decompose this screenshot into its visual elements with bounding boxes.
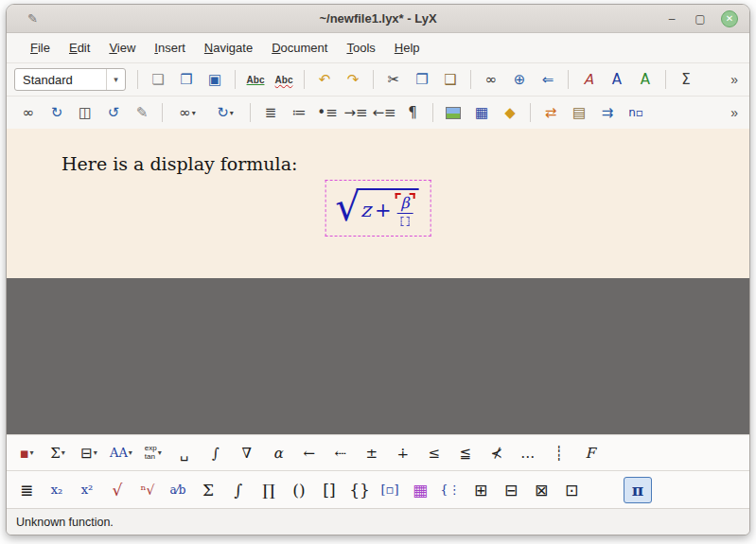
menu-file[interactable]: File: [22, 37, 59, 59]
copy-button[interactable]: ❐: [408, 67, 436, 93]
undo-button[interactable]: ↶: [310, 67, 339, 93]
menu-navigate[interactable]: Navigate: [196, 37, 261, 59]
save-document-button[interactable]: ▣: [201, 67, 229, 93]
toolbar-overflow-button[interactable]: »: [727, 105, 742, 120]
fraction-button[interactable]: a⁄b: [167, 477, 188, 503]
math-frame-menu[interactable]: F: [580, 440, 601, 466]
insert-math-button[interactable]: Σ: [672, 67, 700, 93]
math-operators-extra-menu[interactable]: ∔: [393, 440, 413, 466]
update-master-button[interactable]: ↺: [99, 100, 128, 126]
delete-column-button[interactable]: ⊡: [561, 477, 582, 503]
update-preview-button[interactable]: ↻: [43, 100, 71, 126]
spellcheck-button[interactable]: Abc: [241, 67, 270, 93]
cut-button[interactable]: ✂: [379, 67, 408, 93]
insert-table-button[interactable]: ▦: [467, 100, 496, 126]
new-document-button[interactable]: ❏: [144, 67, 172, 93]
track-changes-button[interactable]: ⇄: [536, 100, 565, 126]
add-row-button[interactable]: ⊞: [470, 477, 491, 503]
math-dots-menu[interactable]: …: [518, 440, 538, 466]
parentheses-button[interactable]: (): [289, 477, 309, 503]
increase-depth-button[interactable]: →≡: [342, 100, 370, 126]
close-button[interactable]: ✕: [721, 10, 738, 27]
toolbar-overflow-button[interactable]: »: [727, 72, 742, 87]
math-greek-menu[interactable]: α: [268, 440, 289, 466]
empty-math-placeholder[interactable]: [401, 217, 410, 226]
preview-button[interactable]: ∞: [14, 100, 43, 126]
math-delimiter-line-menu[interactable]: ┊: [549, 440, 570, 466]
cases-button[interactable]: {⋮: [440, 477, 461, 503]
title-bar[interactable]: ✎ ~/newfile1.lyx* - LyX – ▢ ✕: [7, 5, 749, 33]
maximize-button[interactable]: ▢: [693, 12, 708, 26]
next-change-button[interactable]: ⇉: [593, 100, 622, 126]
paragraph-settings-button[interactable]: ¶: [398, 100, 427, 126]
math-font-menu[interactable]: AA▾: [110, 440, 132, 466]
math-inset[interactable]: √ z + β: [325, 180, 431, 237]
paragraph-style-combo[interactable]: Standard ▾: [14, 68, 126, 91]
superscript-button[interactable]: x²: [77, 477, 97, 503]
formula-variable[interactable]: z: [360, 199, 371, 221]
subscript-button[interactable]: x₂: [46, 477, 67, 503]
nth-root-button[interactable]: ⁿ√: [137, 477, 158, 503]
view-master-button[interactable]: ◫: [71, 100, 99, 126]
matrix-button[interactable]: ▦: [410, 477, 431, 503]
math-relations-extra-menu[interactable]: ≦: [455, 440, 476, 466]
math-relations-menu[interactable]: ≤: [424, 440, 445, 466]
math-dashed-arrows-menu[interactable]: ⇠: [330, 440, 351, 466]
delimiters-button[interactable]: [▫]: [379, 477, 400, 503]
view-other-formats-dropdown[interactable]: ∞▾: [168, 100, 206, 126]
menu-help[interactable]: Help: [386, 37, 429, 59]
big-product-button[interactable]: ∏: [258, 477, 279, 503]
numbered-list-button[interactable]: ≔: [285, 100, 313, 126]
document-workspace[interactable]: Here is a display formula: √ z + β: [7, 129, 749, 434]
open-document-button[interactable]: ❒: [172, 67, 201, 93]
formula-operator[interactable]: +: [375, 199, 392, 221]
document-page[interactable]: Here is a display formula: √ z + β: [7, 129, 749, 278]
menu-edit[interactable]: Edit: [61, 37, 98, 59]
insert-note-button[interactable]: ▤: [565, 100, 593, 126]
math-spacing-menu[interactable]: ␣: [174, 440, 195, 466]
decrease-depth-button[interactable]: ←≡: [370, 100, 398, 126]
math-negated-relations-menu[interactable]: ⊀: [486, 440, 507, 466]
math-arrows-menu[interactable]: ←: [299, 440, 320, 466]
big-integral-button[interactable]: ∫: [228, 477, 249, 503]
insert-label-button[interactable]: ◆: [496, 100, 524, 126]
minimize-button[interactable]: –: [664, 12, 679, 26]
sqrt-button[interactable]: √: [107, 477, 128, 503]
math-integral-menu[interactable]: ∫: [205, 440, 226, 466]
insert-graphics-button[interactable]: [439, 100, 467, 126]
formula-fraction[interactable]: β: [397, 195, 413, 226]
big-sum-button[interactable]: Σ: [198, 477, 219, 503]
math-bigops-menu[interactable]: ∇: [237, 440, 257, 466]
math-functions-menu[interactable]: exp tan▾: [143, 440, 164, 466]
redo-button[interactable]: ↷: [339, 67, 367, 93]
paragraph-text[interactable]: Here is a display formula:: [62, 153, 297, 174]
display-formula-button[interactable]: ≣: [16, 477, 37, 503]
menu-view[interactable]: View: [100, 37, 144, 59]
navigate-back-button[interactable]: ⇐: [534, 67, 562, 93]
toggle-math-toolbar-button[interactable]: π: [624, 477, 652, 503]
insert-nomenclature-button[interactable]: n▫: [622, 100, 650, 126]
math-operators-menu[interactable]: ±: [361, 440, 382, 466]
braces-button[interactable]: {}: [349, 477, 370, 503]
paste-button[interactable]: ❑: [436, 67, 465, 93]
zoom-button[interactable]: ⊕: [505, 67, 534, 93]
menu-document[interactable]: Document: [263, 37, 336, 59]
view-source-button[interactable]: ✎: [128, 100, 156, 126]
find-replace-button[interactable]: ∞: [477, 67, 505, 93]
toggle-emphasis-button[interactable]: A: [574, 67, 603, 93]
math-fraction-menu[interactable]: ⊟▾: [79, 440, 99, 466]
add-column-button[interactable]: ⊠: [531, 477, 552, 503]
bulleted-list-button[interactable]: •≡: [313, 100, 342, 126]
brackets-button[interactable]: []: [319, 477, 340, 503]
math-style-menu[interactable]: ▪▾: [16, 440, 37, 466]
menu-insert[interactable]: Insert: [146, 37, 194, 59]
continuous-spellcheck-button[interactable]: Abc: [270, 67, 298, 93]
default-paragraph-button[interactable]: ≣: [256, 100, 285, 126]
toggle-noun-button[interactable]: A: [603, 67, 631, 93]
update-other-formats-dropdown[interactable]: ↻▾: [206, 100, 244, 126]
fraction-numerator[interactable]: β: [397, 195, 413, 214]
menu-tools[interactable]: Tools: [338, 37, 383, 59]
math-sum-menu[interactable]: Σ▾: [47, 440, 68, 466]
apply-text-style-button[interactable]: A: [631, 67, 659, 93]
delete-row-button[interactable]: ⊟: [501, 477, 521, 503]
